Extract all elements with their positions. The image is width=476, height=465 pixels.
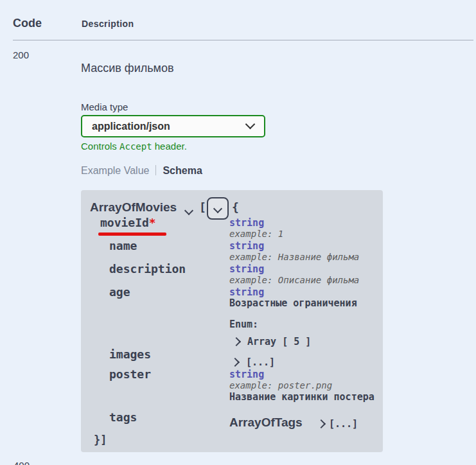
chevron-right-icon[interactable] [232, 337, 241, 346]
chevron-down-icon [245, 119, 256, 130]
property-name-text: movieId [100, 216, 149, 229]
property-type: string [229, 217, 264, 229]
swagger-responses-panel: Code Description 200 Массив фильмов Medi… [0, 0, 476, 465]
model-close-brackets: }] [94, 434, 107, 446]
response-description: Массив фильмов [81, 62, 174, 75]
property-example: example: Название фильма [229, 252, 359, 262]
enum-collapsed-value[interactable]: Array [ 5 ] [247, 336, 311, 347]
tab-example-value[interactable]: Example Value [81, 165, 149, 176]
property-name-age: age [109, 285, 130, 299]
accept-message-prefix: Controls [81, 141, 119, 152]
chevron-down-icon [213, 204, 222, 213]
model-open-bracket: [ [199, 200, 206, 214]
property-example: example: 1 [229, 229, 283, 239]
property-type: string [229, 369, 264, 380]
collapsed-array-value[interactable]: [...] [329, 418, 358, 430]
accept-header-message: Controls Accept header. [81, 141, 187, 152]
media-type-label: Media type [81, 101, 128, 112]
property-description: Название картинки постера [229, 391, 375, 403]
property-type: string [229, 286, 264, 298]
property-name-tags: tags [109, 410, 137, 424]
accept-message-code: Accept [119, 141, 152, 152]
accept-message-suffix: header. [152, 141, 187, 152]
property-name-images: images [109, 347, 151, 361]
property-description: Возрастные ограничения [229, 297, 357, 309]
collapsed-array-value[interactable]: [...] [246, 356, 275, 368]
property-type: string [229, 263, 264, 275]
property-name-description: description [109, 262, 186, 276]
enum-label: Enum: [229, 319, 258, 330]
chevron-right-icon[interactable] [231, 358, 240, 367]
ref-model-title[interactable]: ArrayOfTags [229, 416, 303, 430]
schema-tabs: Example ValueSchema [81, 165, 202, 177]
model-title: ArrayOfMovies [90, 200, 177, 215]
model-collapse-chevron-down-icon[interactable] [184, 206, 193, 215]
next-response-code: 400 [13, 460, 30, 465]
required-star: * [149, 216, 156, 229]
property-name-movieId: movieId* [100, 216, 156, 229]
responses-header-description: Description [82, 19, 134, 29]
model-open-brace: { [232, 200, 239, 214]
responses-header-code: Code [13, 17, 42, 30]
property-name-poster: poster [109, 367, 151, 381]
chevron-right-icon[interactable] [317, 419, 326, 428]
header-divider [13, 40, 473, 40]
model-box: ArrayOfMovies [ { movieId* string exampl… [81, 190, 383, 452]
red-annotation-underline [98, 232, 166, 236]
model-toggle-button[interactable] [207, 197, 229, 220]
property-type: string [229, 240, 264, 252]
tab-schema[interactable]: Schema [163, 165, 202, 176]
tab-separator [155, 165, 156, 175]
property-example: example: Описание фильма [229, 275, 359, 285]
property-example: example: poster.png [229, 380, 332, 390]
response-code: 200 [13, 49, 29, 60]
media-type-select[interactable]: application/json [81, 115, 265, 137]
property-name-name: name [109, 239, 137, 252]
media-type-selected-value: application/json [92, 121, 170, 132]
